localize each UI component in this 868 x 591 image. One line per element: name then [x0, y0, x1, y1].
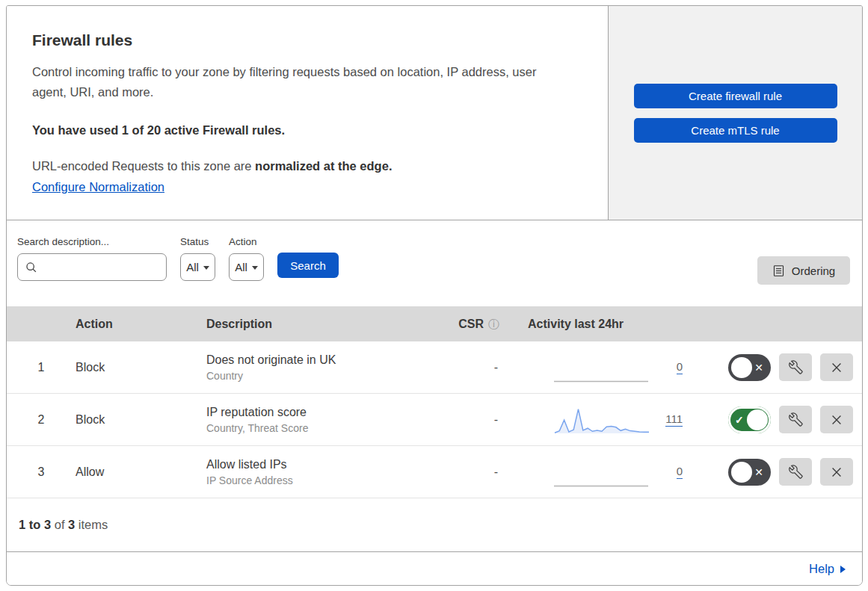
activity-count-link[interactable]: 0 [677, 360, 683, 374]
search-input-box[interactable] [17, 253, 167, 281]
activity-sparkline [553, 353, 650, 383]
status-selected-value: All [186, 261, 199, 273]
csr-column-header: CSR ⓘ [446, 318, 499, 331]
action-dropdown[interactable]: All [229, 253, 264, 281]
rule-index: 2 [7, 413, 76, 427]
wrench-icon [789, 465, 803, 479]
rule-description: IP reputation score [206, 406, 446, 419]
rule-activity-cell: 111 [499, 405, 683, 435]
items-label: items [79, 518, 108, 531]
rule-controls: ✓ ✕ [683, 353, 862, 381]
delete-rule-button[interactable] [820, 458, 853, 486]
close-icon [829, 360, 844, 375]
description-column-header: Description [206, 318, 446, 331]
rule-csr-value: - [446, 413, 499, 427]
table-row: 1 Block Does not originate in UK Country… [7, 341, 862, 394]
rule-fields: IP Source Address [206, 474, 446, 486]
info-icon[interactable]: ⓘ [488, 318, 499, 329]
normalization-text: URL-encoded Requests to this zone are no… [32, 159, 578, 173]
normalization-prefix: URL-encoded Requests to this zone are [32, 159, 255, 173]
normalization-bold: normalized at the edge. [255, 159, 392, 173]
rule-enabled-toggle[interactable]: ✓ ✕ [728, 354, 771, 381]
wrench-icon [789, 412, 803, 427]
intro-section: Firewall rules Control incoming traffic … [7, 6, 862, 220]
search-description-input[interactable] [38, 260, 159, 274]
status-dropdown[interactable]: All [180, 253, 215, 281]
help-link[interactable]: Help [809, 562, 834, 576]
chevron-down-icon [252, 266, 258, 270]
rule-description-cell: Allow listed IPs IP Source Address [206, 458, 446, 486]
rule-action: Block [76, 413, 206, 427]
items-range: 1 to 3 [19, 518, 51, 531]
actions-panel: Create firewall rule Create mTLS rule [609, 6, 862, 220]
rule-csr-value: - [446, 465, 499, 479]
rule-controls: ✓ ✕ [683, 458, 862, 486]
create-mtls-rule-button[interactable]: Create mTLS rule [634, 118, 837, 143]
x-icon: ✕ [754, 467, 763, 477]
close-icon [829, 412, 844, 427]
search-field-group: Search description... [17, 236, 167, 281]
rule-action: Block [76, 361, 206, 374]
table-row: 3 Allow Allow listed IPs IP Source Addre… [7, 446, 862, 498]
search-label: Search description... [17, 236, 167, 247]
rule-index: 1 [7, 361, 76, 374]
edit-rule-button[interactable] [779, 458, 812, 486]
rule-controls: ✓ ✕ [683, 406, 862, 433]
page-description: Control incoming traffic to your zone by… [32, 62, 567, 102]
delete-rule-button[interactable] [820, 406, 853, 433]
toggle-knob [731, 462, 752, 483]
intro-text-panel: Firewall rules Control incoming traffic … [7, 6, 609, 220]
page-title: Firewall rules [32, 31, 578, 49]
toggle-knob [747, 409, 768, 430]
rule-enabled-toggle[interactable]: ✓ ✕ [728, 459, 771, 486]
rule-description: Allow listed IPs [206, 458, 446, 471]
table-row: 2 Block IP reputation score Country, Thr… [7, 394, 862, 446]
of-label: of [55, 518, 65, 531]
rule-fields: Country, Threat Score [206, 422, 446, 434]
rule-index: 3 [7, 465, 76, 479]
table-header: Action Description CSR ⓘ Activity last 2… [7, 306, 862, 341]
toggle-knob [731, 357, 752, 378]
action-column-header: Action [76, 318, 206, 331]
rule-activity-cell: 0 [499, 353, 683, 383]
rule-action: Allow [76, 465, 206, 479]
status-label: Status [180, 236, 215, 247]
ordering-button[interactable]: Ordering [757, 256, 850, 285]
check-icon: ✓ [735, 415, 744, 425]
wrench-icon [789, 360, 803, 374]
action-selected-value: All [235, 261, 247, 273]
rule-description-cell: Does not originate in UK Country [206, 353, 446, 382]
arrow-right-icon [840, 566, 846, 573]
activity-count-link[interactable]: 0 [677, 465, 683, 479]
action-label: Action [229, 236, 264, 247]
search-icon [25, 261, 38, 274]
rule-enabled-toggle[interactable]: ✓ ✕ [728, 406, 771, 433]
help-bar: Help [7, 552, 862, 585]
activity-count-link[interactable]: 111 [665, 412, 683, 427]
status-filter-group: Status All [180, 236, 215, 281]
activity-sparkline [553, 405, 650, 435]
x-icon: ✕ [754, 362, 763, 373]
rule-csr-value: - [446, 361, 499, 374]
close-icon [829, 465, 844, 480]
pagination-summary: 1 to 3 of 3 items [7, 498, 862, 552]
rule-activity-cell: 0 [499, 457, 683, 487]
items-total: 3 [68, 518, 75, 531]
usage-summary: You have used 1 of 20 active Firewall ru… [32, 123, 578, 137]
rule-description-cell: IP reputation score Country, Threat Scor… [206, 406, 446, 434]
ordering-list-icon [772, 264, 785, 277]
activity-sparkline [553, 457, 650, 487]
create-firewall-rule-button[interactable]: Create firewall rule [634, 84, 837, 108]
chevron-down-icon [203, 266, 209, 270]
activity-column-header: Activity last 24hr [499, 318, 683, 331]
rule-description: Does not originate in UK [206, 353, 446, 367]
ordering-button-label: Ordering [792, 264, 835, 277]
action-filter-group: Action All [229, 236, 264, 281]
edit-rule-button[interactable] [779, 353, 812, 381]
search-button[interactable]: Search [277, 253, 339, 278]
rule-fields: Country [206, 370, 446, 382]
firewall-rules-card: Firewall rules Control incoming traffic … [6, 5, 863, 586]
edit-rule-button[interactable] [779, 406, 812, 433]
configure-normalization-link[interactable]: Configure Normalization [32, 180, 164, 194]
delete-rule-button[interactable] [820, 353, 853, 381]
